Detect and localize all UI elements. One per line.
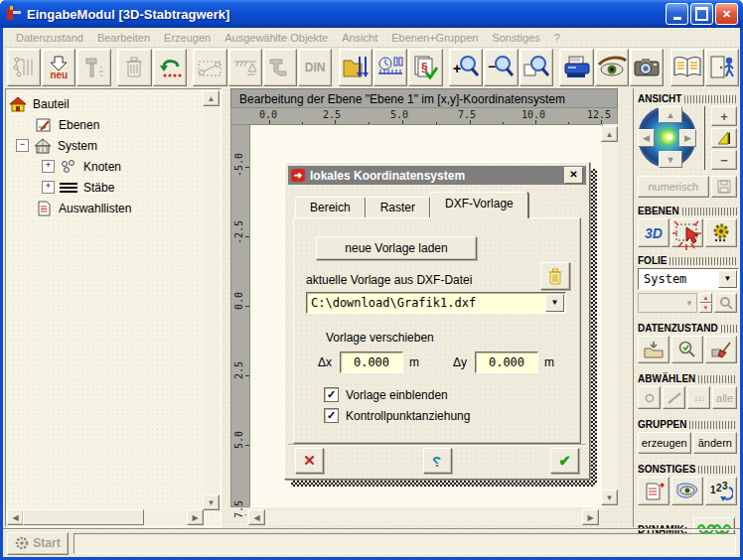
contrast-button[interactable] [711,128,737,148]
deselect-loads-button[interactable]: ↓↓↓ [687,386,710,409]
din-button[interactable]: DIN [298,49,332,86]
numerisch-button[interactable]: numerisch [638,176,709,198]
tree-item-auswahllisten[interactable]: Auswahllisten [8,198,204,218]
menu-datenzustand[interactable]: Datenzustand [9,30,90,46]
load-template-button[interactable]: neue Vorlage laden [316,236,477,260]
view-button[interactable] [595,49,629,86]
menu-erzeugen[interactable]: Erzeugen [157,30,218,46]
save-view-button[interactable] [711,176,737,198]
snapshot-button[interactable] [630,49,664,86]
folie-spinner[interactable]: ▲▼ [699,293,712,311]
close-button[interactable]: ✕ [715,3,738,25]
sub-folie-combobox[interactable]: ▼ [638,293,697,313]
pan-down-button[interactable]: ▼ [659,151,682,168]
ok-button[interactable]: ✔ [550,448,579,474]
canvas-hscrollbar[interactable] [246,511,601,525]
canvas-scroll-right[interactable]: ▶ [582,509,599,525]
menu-hilfe[interactable]: ? [547,30,567,46]
collapse-expander[interactable]: − [16,139,29,152]
delete-button[interactable] [117,49,151,86]
deselect-nodes-button[interactable] [638,386,661,409]
model-structure-button[interactable] [7,49,41,86]
show-template-checkbox[interactable]: ✓ Vorlage einblenden [324,387,448,402]
deselect-all-button[interactable]: alle [712,386,737,409]
tools-button[interactable] [76,49,110,86]
chevron-down-icon[interactable]: ▼ [718,270,737,288]
pan-left-button[interactable]: ◀ [638,129,655,147]
dialog-title-bar[interactable]: ➜ lokales Koordinatensystem ✕ [288,166,586,185]
neu-button[interactable]: neu [42,49,75,86]
start-button[interactable]: Start [7,532,69,555]
manual-button[interactable] [670,49,704,86]
import-button[interactable] [339,49,372,86]
tree-scroll-thumb[interactable] [23,509,144,525]
canvas-scroll-left[interactable]: ◀ [248,509,265,525]
zoom-minus-button[interactable]: − [711,150,737,170]
pan-right-button[interactable]: ▶ [679,129,696,147]
expand-expander[interactable]: + [42,181,55,194]
tree-scroll-right[interactable]: ▶ [187,509,204,525]
tree-vscrollbar[interactable] [205,90,220,510]
tree-scroll-up[interactable]: ▲ [203,90,220,106]
tab-dxf-vorlage[interactable]: DXF-Vorlage [430,192,528,218]
pan-up-button[interactable]: ▲ [659,106,682,123]
menu-bearbeiten[interactable]: Bearbeiten [90,30,157,46]
tab-bereich[interactable]: Bereich [295,197,366,218]
load-distribution-button[interactable] [373,49,407,86]
tree-item-knoten[interactable]: + Knoten [8,156,204,177]
zoom-window-button[interactable] [520,49,553,86]
tree-scroll-left[interactable]: ◀ [7,509,24,525]
menu-ebenen-gruppen[interactable]: Ebenen+Gruppen [384,30,485,46]
save-state-button[interactable] [638,336,669,363]
tree-scroll-down[interactable]: ▼ [203,494,220,510]
create-group-button[interactable]: erzeugen [638,432,691,454]
new-list-button[interactable] [638,477,669,505]
spin-up-icon[interactable]: ▲ [699,293,712,303]
menu-ansicht[interactable]: Ansicht [335,30,384,46]
edit-group-button[interactable]: ändern [693,432,737,454]
tree-item-bauteil[interactable]: Bauteil [8,93,204,114]
control-point-snap-checkbox[interactable]: ✓ Kontrollpunktanziehung [324,408,470,423]
view-3d-button[interactable]: 3D [638,218,669,247]
maximize-button[interactable] [690,3,713,25]
checkbox-checked-icon[interactable]: ✓ [324,387,339,402]
support-button[interactable] [228,49,262,86]
dx-field[interactable]: 0.000 [340,351,403,373]
renumber-button[interactable]: 123 [705,477,737,505]
dxf-file-combobox[interactable]: C:\download\Grafik1.dxf ▼ [306,292,566,314]
chevron-down-icon[interactable]: ▼ [545,294,564,312]
menu-sonstiges[interactable]: Sonstiges [485,30,546,46]
canvas-vscrollbar[interactable] [603,124,618,507]
zoom-plus-button[interactable]: + [711,106,737,126]
deselect-members-button[interactable] [663,386,685,409]
norms-button[interactable]: § [408,49,442,86]
exit-button[interactable] [705,49,739,86]
check-state-button[interactable] [671,336,703,363]
zoom-out-button[interactable]: − [484,49,518,86]
expand-expander[interactable]: + [42,160,55,173]
minimize-button[interactable] [666,3,688,25]
tree-item-ebenen[interactable]: Ebenen [8,114,204,135]
help-button[interactable]: ? [423,448,452,474]
print-button[interactable] [559,49,593,86]
canvas-scroll-down[interactable]: ▼ [601,490,618,505]
cleanup-button[interactable] [705,336,737,363]
visibility-button[interactable] [671,477,703,505]
canvas-scroll-up[interactable]: ▲ [601,126,618,142]
folie-search-button[interactable] [714,293,737,313]
zoom-in-button[interactable]: + [449,49,483,86]
profile-button[interactable] [263,49,297,86]
cancel-button[interactable]: ✕ [295,448,324,474]
dialog-close-button[interactable]: ✕ [564,167,583,184]
select-plane-button[interactable] [671,218,703,247]
delete-template-button[interactable] [540,262,570,290]
undo-button[interactable] [153,49,187,86]
folie-combobox[interactable]: System ▼ [638,268,739,290]
spin-down-icon[interactable]: ▼ [699,303,712,313]
dy-field[interactable]: 0.000 [475,351,538,373]
checkbox-checked-icon[interactable]: ✓ [324,408,339,423]
tab-raster[interactable]: Raster [366,197,430,218]
tree-item-system[interactable]: − System [8,135,204,156]
tree-item-staebe[interactable]: + Stäbe [8,177,204,198]
menu-ausgewaehlte-objekte[interactable]: Ausgewählte Objekte [218,30,335,46]
